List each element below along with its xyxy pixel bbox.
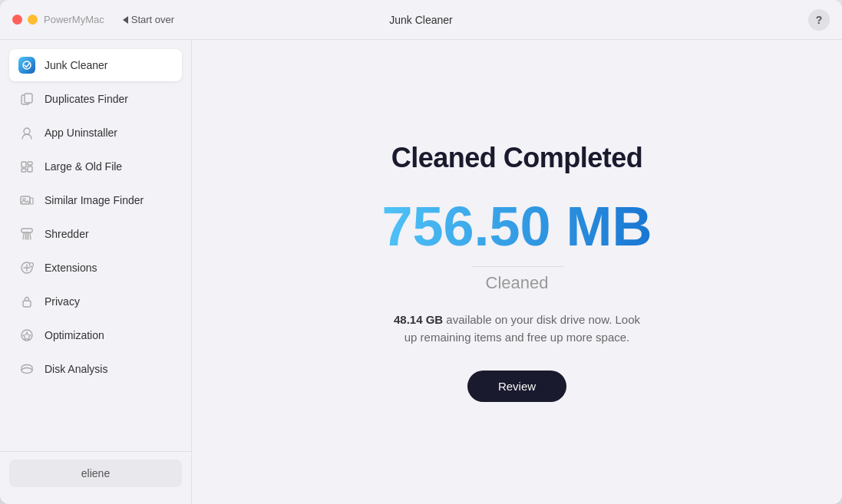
- svg-rect-14: [23, 301, 31, 307]
- result-title: Cleaned Completed: [391, 142, 643, 174]
- svg-point-3: [24, 128, 30, 134]
- sidebar-footer: eliene: [0, 451, 191, 495]
- disk-analysis-icon: [18, 361, 35, 377]
- sidebar: Junk Cleaner Duplicates Finder: [0, 40, 192, 504]
- sidebar-item-optimization-label: Optimization: [45, 329, 104, 341]
- start-over-label: Start over: [131, 14, 174, 25]
- svg-rect-6: [28, 162, 32, 165]
- sidebar-item-similar-image-finder[interactable]: Similar Image Finder: [9, 184, 182, 216]
- sidebar-item-disk-analysis-label: Disk Analysis: [45, 363, 107, 375]
- help-button[interactable]: ?: [808, 9, 830, 31]
- sidebar-item-large-old-file-label: Large & Old File: [45, 160, 122, 173]
- sidebar-item-shredder-label: Shredder: [45, 228, 89, 240]
- svg-point-13: [30, 263, 34, 267]
- help-label: ?: [816, 14, 823, 26]
- chevron-left-icon: [123, 16, 128, 24]
- svg-rect-10: [30, 198, 33, 204]
- disk-info: 48.14 GB available on your disk drive no…: [387, 311, 648, 346]
- sidebar-items: Junk Cleaner Duplicates Finder: [0, 49, 191, 445]
- sidebar-item-app-uninstaller-label: App Uninstaller: [45, 127, 117, 139]
- sidebar-item-extensions-label: Extensions: [45, 262, 97, 274]
- sidebar-item-large-old-file[interactable]: Large & Old File: [9, 150, 182, 183]
- extensions-icon: [18, 259, 35, 276]
- sidebar-item-app-uninstaller[interactable]: App Uninstaller: [9, 117, 182, 149]
- similar-image-finder-icon: [18, 192, 35, 209]
- titlebar: PowerMyMac Start over Junk Cleaner ?: [0, 0, 842, 40]
- sidebar-item-optimization[interactable]: Optimization: [9, 319, 182, 351]
- svg-rect-11: [21, 229, 32, 232]
- minimize-button[interactable]: [28, 15, 38, 25]
- app-brand: PowerMyMac: [44, 14, 104, 25]
- review-button[interactable]: Review: [467, 371, 566, 402]
- brand-name: PowerMyMac: [44, 14, 104, 25]
- user-badge[interactable]: eliene: [9, 460, 182, 487]
- sidebar-item-shredder[interactable]: Shredder: [9, 218, 182, 250]
- traffic-lights: [12, 15, 38, 25]
- sidebar-item-privacy-label: Privacy: [45, 295, 80, 308]
- junk-cleaner-icon: [18, 57, 35, 74]
- shredder-icon: [18, 226, 35, 242]
- content-area: Cleaned Completed 756.50 MB Cleaned 48.1…: [192, 40, 842, 504]
- sidebar-item-duplicates-finder[interactable]: Duplicates Finder: [9, 83, 182, 115]
- svg-point-16: [21, 368, 32, 374]
- svg-rect-5: [21, 169, 26, 172]
- optimization-icon: [18, 327, 35, 344]
- disk-size: 48.14 GB: [394, 313, 443, 326]
- sidebar-item-junk-cleaner-label: Junk Cleaner: [45, 59, 108, 71]
- duplicates-finder-icon: [18, 91, 35, 107]
- divider: [471, 266, 563, 267]
- close-button[interactable]: [12, 15, 22, 25]
- start-over-button[interactable]: Start over: [117, 11, 180, 28]
- app-uninstaller-icon: [18, 124, 35, 141]
- svg-rect-2: [25, 94, 32, 103]
- sidebar-item-privacy[interactable]: Privacy: [9, 285, 182, 318]
- cleaned-label: Cleaned: [486, 273, 549, 293]
- cleaned-amount: 756.50 MB: [381, 199, 652, 254]
- sidebar-item-junk-cleaner[interactable]: Junk Cleaner: [9, 49, 182, 81]
- sidebar-item-extensions[interactable]: Extensions: [9, 252, 182, 284]
- large-old-file-icon: [18, 158, 35, 175]
- svg-rect-7: [28, 166, 32, 172]
- sidebar-item-duplicates-finder-label: Duplicates Finder: [45, 93, 128, 105]
- window-title: Junk Cleaner: [389, 14, 453, 26]
- sidebar-item-disk-analysis[interactable]: Disk Analysis: [9, 353, 182, 385]
- main-layout: Junk Cleaner Duplicates Finder: [0, 40, 842, 504]
- privacy-icon: [18, 293, 35, 310]
- sidebar-item-similar-image-finder-label: Similar Image Finder: [45, 194, 144, 206]
- svg-rect-4: [21, 162, 26, 167]
